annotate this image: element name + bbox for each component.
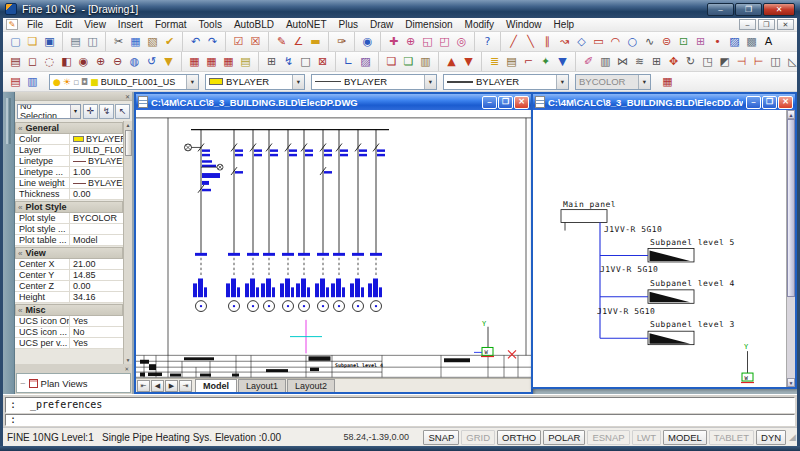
plot-style-manager-icon[interactable]: ▦ (659, 73, 676, 90)
property-value[interactable]: 0.00 (70, 189, 123, 199)
paste-icon[interactable]: ▧ (144, 33, 161, 50)
rectangle-icon[interactable]: ▭ (590, 33, 607, 50)
minimize-button[interactable]: – (707, 3, 734, 16)
plan-views-item[interactable]: − Plan Views (16, 373, 131, 393)
tab-nav-2[interactable]: ▶ (165, 380, 178, 392)
close-button[interactable]: ✕ (763, 3, 795, 16)
text-icon[interactable]: A (760, 33, 777, 50)
new-icon[interactable]: ▢ (7, 33, 24, 50)
zoom-window-icon[interactable]: ◱ (419, 33, 436, 50)
tab-layout1[interactable]: Layout1 (238, 379, 286, 392)
select-objects-icon[interactable]: ↖ (115, 104, 130, 119)
polygon-icon[interactable]: ◇ (573, 33, 590, 50)
spell-check-icon[interactable]: ☑ (230, 33, 247, 50)
break-icon[interactable]: ◫ (767, 53, 784, 70)
mdi-close-button[interactable]: ✕ (777, 19, 794, 30)
command-history[interactable]: :_preferences (5, 397, 795, 413)
zoom-extents-icon[interactable]: ◎ (453, 33, 470, 50)
copy-sheet-2-icon[interactable]: ❏ (400, 53, 417, 70)
color-bars-icon[interactable]: ≣ (486, 53, 503, 70)
named-views-icon[interactable]: ▤ (7, 53, 24, 70)
construction-line-icon[interactable]: ╲ (522, 33, 539, 50)
undo-icon[interactable]: ↶ (187, 33, 204, 50)
zoom-out-icon[interactable]: ⊖ (109, 53, 126, 70)
copy-sheet-icon[interactable]: ❏ (383, 53, 400, 70)
elecdd-canvas[interactable]: Main panel J1VV-R 5G10 Subpanel level 5 … (533, 110, 786, 387)
section-view[interactable]: «View (15, 247, 123, 259)
menu-format[interactable]: Format (149, 19, 193, 30)
layers-stack-icon[interactable]: ▤ (503, 53, 520, 70)
property-value[interactable]: 34.16 (70, 292, 123, 302)
window-elecdp[interactable]: C:\4M\CALC\8_3_BUILDING.BLD\ElecDP.DWG –… (134, 92, 533, 394)
mdi-minimize-button[interactable]: – (739, 19, 756, 30)
zoom-in-icon[interactable]: ⊕ (92, 53, 109, 70)
sketch-icon[interactable]: ✎ (273, 33, 290, 50)
match-properties-icon[interactable]: ✔ (161, 33, 178, 50)
circle-icon[interactable]: ○ (624, 33, 641, 50)
print-preview-icon[interactable]: ◫ (84, 33, 101, 50)
palette-scrollbar[interactable]: ▲ ▼ (123, 121, 132, 364)
menu-autonet[interactable]: AutoNET (280, 19, 333, 30)
property-value[interactable]: BYLAYER (70, 134, 123, 144)
move-down-icon[interactable]: ▼ (460, 53, 477, 70)
layer-save-icon[interactable]: ▼ (554, 53, 571, 70)
property-value[interactable]: 14.85 (70, 270, 123, 280)
sheets-icon[interactable]: ▥ (417, 53, 434, 70)
zoom-center-icon[interactable]: ◉ (75, 53, 92, 70)
help-icon[interactable]: ? (479, 33, 496, 50)
move-up-icon[interactable]: ▲ (443, 53, 460, 70)
angle-icon[interactable]: ∠ (290, 33, 307, 50)
property-value[interactable]: Yes (70, 316, 123, 326)
section-plot-style[interactable]: «Plot Style (15, 201, 123, 213)
purple-hatch-icon[interactable]: ▨ (357, 53, 374, 70)
save-icon[interactable]: ▣ (41, 33, 58, 50)
zoom-realtime-icon[interactable]: ⊕ (402, 33, 419, 50)
menu-help[interactable]: Help (548, 19, 581, 30)
elecdp-canvas[interactable]: Subpanel level 4 Y W (136, 110, 531, 378)
pan-icon[interactable]: ✚ (385, 33, 402, 50)
menu-insert[interactable]: Insert (112, 19, 149, 30)
property-value[interactable]: Yes (70, 338, 123, 348)
copy-object-icon[interactable]: ▥ (597, 53, 614, 70)
app-title-bar[interactable]: Fine 10 NG - [Drawing1] – ❐ ✕ (0, 0, 800, 18)
scale-icon[interactable]: ◳ (699, 53, 716, 70)
palette-header[interactable]: ✕ (15, 92, 132, 101)
arc-icon[interactable]: ◠ (607, 33, 624, 50)
scroll-up-icon[interactable]: ▲ (126, 121, 131, 129)
3d-orbit-icon[interactable]: ↺ (143, 53, 160, 70)
lineweight-select[interactable]: BYLAYER ▾ (443, 74, 569, 90)
tab-nav-0[interactable]: ⇤ (137, 380, 150, 392)
scrollbar-thumb[interactable] (125, 130, 132, 156)
elecdd-restore-button[interactable]: ❒ (762, 96, 777, 109)
layer-manager-icon[interactable]: ▥ (24, 73, 41, 90)
elecdd-minimize-button[interactable]: – (746, 96, 761, 109)
fine-legend-icon[interactable]: ▤ (237, 53, 254, 70)
tab-model[interactable]: Model (195, 379, 237, 392)
menu-window[interactable]: Window (500, 19, 548, 30)
elecdd-scrollbar[interactable]: ▲ ▼ (786, 110, 795, 387)
resize-grip[interactable]: ◢ (788, 432, 797, 442)
copy-icon[interactable]: ▦ (127, 33, 144, 50)
command-input[interactable]: : (5, 414, 795, 426)
toggle-ortho[interactable]: ORTHO (497, 430, 541, 445)
redo-icon[interactable]: ↷ (204, 33, 221, 50)
boxed-x-icon[interactable]: ⊠ (314, 53, 331, 70)
fine-table-1-icon[interactable]: ▦ (186, 53, 203, 70)
layer-dropdown-arrow[interactable]: ▾ (186, 75, 198, 89)
layer-select[interactable]: ●☀▫◘■ BUILD_FL001_US ▾ (49, 74, 199, 90)
menu-dimension[interactable]: Dimension (399, 19, 458, 30)
line-icon[interactable]: ╱ (505, 33, 522, 50)
find-icon[interactable]: ◉ (359, 33, 376, 50)
mirror-icon[interactable]: ⋈ (614, 53, 631, 70)
section-misc[interactable]: «Misc (15, 304, 123, 316)
section-general[interactable]: «General (15, 122, 123, 134)
toggle-dyn[interactable]: DYN (756, 430, 786, 445)
window-elecdd[interactable]: C:\4M\CALC\8_3_BUILDING.BLD\ElecDD.dwg –… (531, 92, 797, 389)
region-icon[interactable]: ▩ (743, 33, 760, 50)
property-value[interactable]: BUILD_FL001_ (70, 145, 123, 155)
menu-modify[interactable]: Modify (459, 19, 500, 30)
toggle-esnap[interactable]: ESNAP (587, 430, 629, 445)
cell-grid-icon[interactable]: ⊞ (263, 53, 280, 70)
elecdd-close-button[interactable]: ✕ (778, 96, 793, 109)
poly-edit-icon[interactable]: ↯ (280, 53, 297, 70)
